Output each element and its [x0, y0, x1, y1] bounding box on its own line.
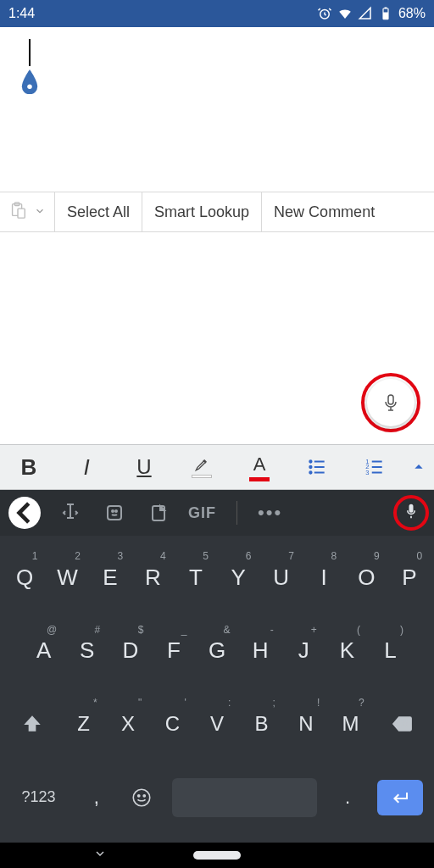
underline-button[interactable]: U — [115, 445, 173, 489]
space-key[interactable] — [164, 767, 326, 828]
smart-lookup-button[interactable]: Smart Lookup — [142, 192, 262, 231]
font-color-swatch — [249, 477, 270, 481]
more-button[interactable]: ••• — [258, 502, 282, 524]
key-t[interactable]: 5T — [175, 547, 217, 608]
backspace-key[interactable] — [373, 693, 431, 754]
clipboard-icon — [8, 201, 27, 224]
key-d[interactable]: $D — [108, 620, 152, 682]
enter-key[interactable] — [370, 767, 431, 828]
keyboard-dismiss-button[interactable] — [93, 847, 107, 864]
chevron-up-icon — [413, 461, 425, 473]
svg-point-4 — [27, 84, 31, 88]
gif-button[interactable]: GIF — [188, 504, 216, 522]
cursor-handle[interactable] — [20, 70, 39, 95]
svg-rect-8 — [388, 395, 393, 404]
key-v[interactable]: :V — [195, 693, 240, 754]
key-o[interactable]: 9O — [345, 547, 387, 608]
highlighter-icon — [192, 456, 211, 473]
keyboard-back-button[interactable] — [8, 497, 41, 529]
key-y[interactable]: 6Y — [217, 547, 259, 608]
period-key[interactable]: . — [325, 767, 370, 828]
expand-toolbar-button[interactable] — [403, 445, 434, 489]
key-h[interactable]: -H — [239, 620, 282, 682]
key-s[interactable]: #S — [65, 620, 108, 682]
key-z[interactable]: *Z — [61, 693, 106, 754]
clipboard-icon — [148, 503, 169, 523]
new-comment-button[interactable]: New Comment — [262, 192, 387, 231]
svg-point-21 — [143, 795, 145, 797]
chevron-left-icon — [8, 497, 41, 529]
dictate-fab-highlight — [361, 373, 420, 432]
microphone-icon — [381, 392, 401, 413]
svg-text:3: 3 — [365, 469, 369, 476]
status-bar: 1:44 68% — [0, 0, 434, 27]
chevron-down-icon — [93, 847, 107, 860]
android-navbar — [0, 843, 434, 868]
select-all-button[interactable]: Select All — [55, 192, 142, 231]
status-icons: 68% — [317, 6, 426, 21]
svg-rect-7 — [18, 209, 25, 218]
italic-button[interactable]: I — [58, 445, 115, 489]
backspace-icon — [391, 713, 413, 735]
highlight-button[interactable] — [173, 445, 231, 489]
text-cursor — [29, 39, 31, 66]
alarm-icon — [317, 6, 332, 21]
separator — [236, 501, 237, 525]
key-e[interactable]: 3E — [89, 547, 131, 608]
sticker-button[interactable] — [100, 503, 129, 523]
shift-key[interactable] — [3, 693, 61, 754]
svg-point-16 — [112, 510, 114, 512]
bullet-list-button[interactable] — [288, 445, 346, 489]
svg-point-17 — [115, 510, 117, 512]
svg-point-9 — [309, 460, 311, 462]
emoji-key[interactable] — [119, 767, 164, 828]
key-k[interactable]: (K — [326, 620, 369, 682]
key-l[interactable]: )L — [369, 620, 412, 682]
voice-typing-button[interactable] — [403, 503, 420, 523]
svg-rect-3 — [384, 8, 387, 9]
wifi-icon — [337, 6, 353, 21]
svg-point-10 — [309, 466, 311, 468]
microphone-icon — [403, 503, 420, 520]
key-m[interactable]: ?M — [328, 693, 373, 754]
key-w[interactable]: 2W — [46, 547, 88, 608]
numbered-list-button[interactable]: 123 — [346, 445, 403, 489]
status-time: 1:44 — [8, 6, 35, 21]
key-c[interactable]: 'C — [150, 693, 195, 754]
svg-point-11 — [309, 471, 311, 473]
paste-options[interactable] — [0, 192, 55, 231]
dictate-button[interactable] — [367, 379, 415, 426]
key-f[interactable]: _F — [152, 620, 195, 682]
keyboard-mic-highlight — [393, 495, 429, 531]
keyboard-toolbar: GIF ••• — [0, 490, 434, 536]
bold-button[interactable]: B — [0, 445, 58, 489]
key-n[interactable]: !N — [284, 693, 329, 754]
key-p[interactable]: 0P — [388, 547, 431, 608]
text-cursor-icon — [60, 503, 81, 523]
key-a[interactable]: @A — [22, 620, 65, 682]
clipboard-button[interactable] — [144, 503, 173, 523]
keyboard: 1Q2W3E4R5T6Y7U8I9O0P @A#S$D_F&G-H+J(K)L … — [0, 536, 434, 843]
text-select-tool[interactable] — [56, 503, 85, 523]
key-r[interactable]: 4R — [131, 547, 174, 608]
numbered-list-icon: 123 — [364, 456, 386, 478]
keyboard-row-1: 1Q2W3E4R5T6Y7U8I9O0P — [3, 547, 431, 608]
chevron-down-icon — [34, 203, 46, 221]
symbols-key[interactable]: ?123 — [3, 767, 74, 828]
format-toolbar: B I U A 123 — [0, 444, 434, 490]
key-u[interactable]: 7U — [259, 547, 302, 608]
key-j[interactable]: +J — [282, 620, 326, 682]
emoji-icon — [131, 787, 153, 809]
svg-point-20 — [138, 795, 140, 797]
home-gesture-pill[interactable] — [193, 851, 241, 860]
sticker-icon — [104, 503, 125, 523]
comma-key[interactable]: , — [74, 767, 119, 828]
key-x[interactable]: "X — [106, 693, 151, 754]
key-g[interactable]: &G — [195, 620, 238, 682]
key-b[interactable]: ;B — [239, 693, 284, 754]
font-color-button[interactable]: A — [231, 445, 288, 489]
battery-icon — [378, 6, 393, 21]
key-i[interactable]: 8I — [303, 547, 345, 608]
battery-percent: 68% — [398, 6, 426, 21]
key-q[interactable]: 1Q — [3, 547, 46, 608]
